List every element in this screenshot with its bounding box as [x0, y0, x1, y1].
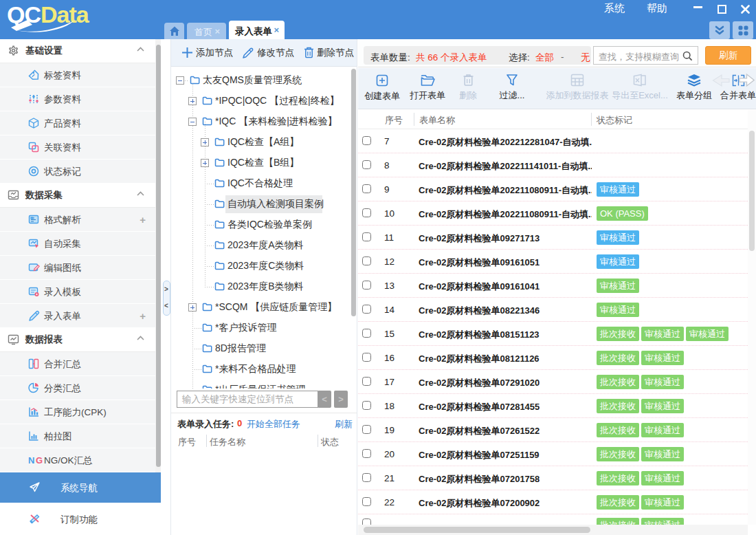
svg-text:G: G — [36, 455, 43, 465]
svg-text:N: N — [28, 455, 34, 465]
